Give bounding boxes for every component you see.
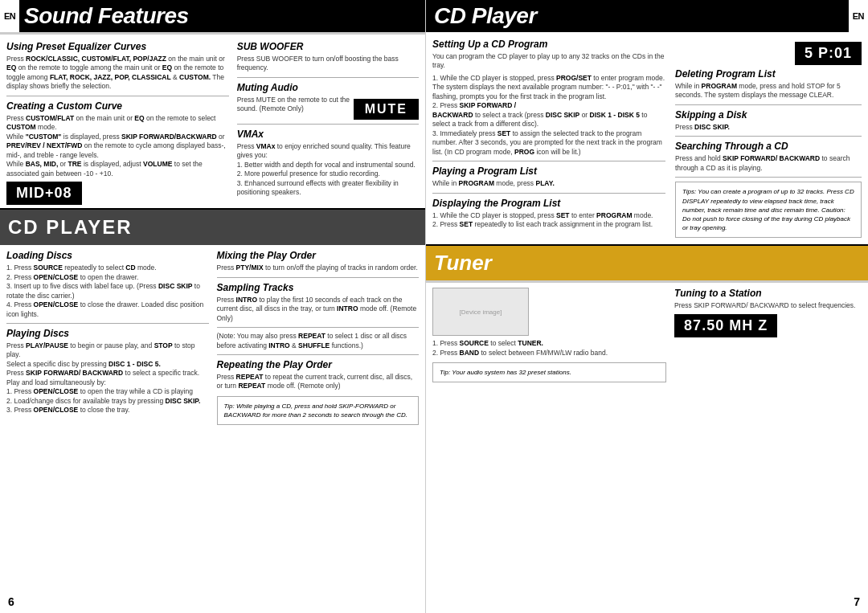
skipping-body: Press DISC SKIP.	[675, 123, 862, 132]
playing-discs-body: Press PLAY/PAUSE to begin or pause play,…	[6, 341, 209, 415]
en-badge-left: EN	[0, 0, 19, 32]
mid-display: MID+08	[6, 182, 82, 205]
tuner-device-image: [Device image]	[432, 288, 529, 336]
cd-player-right-header: CD Player EN	[426, 0, 868, 32]
right-column-sound: SUB WOOFER Press SUB WOOFER to turn on/o…	[237, 41, 419, 205]
vmax-body: Press VMAx to enjoy enriched sound quali…	[237, 142, 419, 198]
deleting-body: While in PROGRAM mode, press and hold ST…	[675, 82, 862, 100]
tuner-left-col: [Device image] 1. Press SOURCE to select…	[432, 288, 666, 387]
tip-box-right: Tips: You can create a program of up to …	[675, 182, 862, 238]
muting-section: Muting Audio MUTE Press MUTE on the remo…	[237, 82, 419, 120]
mixing-body: Press PTY/MIX to turn on/off the playing…	[217, 264, 420, 272]
creating-custom-title: Creating a Custom Curve	[6, 100, 229, 112]
repeating-title: Repeating the Play Order	[217, 359, 420, 370]
playing-program-title: Playing a Program List	[432, 166, 665, 177]
muting-title: Muting Audio	[237, 82, 419, 93]
using-preset-title: Using Preset Equalizer Curves	[6, 41, 229, 52]
repeating-body: Press REPEAT to repeat the current track…	[217, 373, 420, 391]
mute-button-display: MUTE	[354, 99, 419, 120]
tuning-title: Tuning to a Station	[674, 288, 862, 299]
loading-discs-body: 1. Press SOURCE repeatedly to select CD …	[6, 264, 209, 319]
sound-features-content: Using Preset Equalizer Curves Press ROCK…	[0, 35, 425, 208]
creating-custom-body: Press CUSTOM/FLAT on the main unit or EQ…	[6, 114, 229, 178]
tuner-header: Tuner	[426, 246, 868, 283]
displaying-program-steps: 1. While the CD player is stopped, press…	[432, 211, 665, 230]
cd-player-content: Loading Discs 1. Press SOURCE repeatedly…	[0, 245, 425, 435]
freq-display: 87.50 MH Z	[674, 314, 777, 337]
cd-left-col: Loading Discs 1. Press SOURCE repeatedly…	[6, 250, 209, 430]
tuner-tip: Tip: Your audio system has 32 preset sta…	[432, 362, 666, 382]
5p01-display: 5 P:01	[795, 42, 862, 65]
right-side-col: 5 P:01 Deleting Program List While in PR…	[675, 39, 862, 241]
tuning-body: Press SKIP FORWARD/ BACKWARD to select f…	[674, 301, 862, 310]
mixing-title: Mixing the Play Order	[217, 250, 420, 261]
right-panel: CD Player EN Setting Up a CD Program You…	[426, 0, 868, 613]
page-number-right: 7	[854, 595, 860, 608]
vmax-title: VMAx	[237, 129, 419, 140]
playing-program-body: While in PROGRAM mode, press PLAY.	[432, 179, 665, 188]
tip-text-right: Tips: You can create a program of up to …	[682, 187, 854, 232]
displaying-program-title: Displaying the Program List	[432, 198, 665, 209]
sampling-title: Sampling Tracks	[217, 282, 420, 293]
sub-woofer-body: Press SUB WOOFER to turn on/off boosting…	[237, 55, 419, 73]
tuner-steps: 1. Press SOURCE to select TUNER. 2. Pres…	[432, 339, 666, 358]
searching-body: Press and hold SKIP FORWARD/ BACKWARD to…	[675, 154, 862, 173]
tuner-content: [Device image] 1. Press SOURCE to select…	[426, 283, 868, 392]
sampling-body: Press INTRO to play the first 10 seconds…	[217, 296, 420, 323]
setting-up-col: Setting Up a CD Program You can program …	[432, 39, 665, 241]
5p01-row: 5 P:01	[675, 39, 862, 68]
tip-box-left: Tip: While playing a CD, press and hold …	[217, 396, 420, 425]
tuner-tip-text: Tip: Your audio system has 32 preset sta…	[440, 369, 571, 376]
tuner-right-col: Tuning to a Station Press SKIP FORWARD/ …	[674, 288, 862, 387]
cd-right-col: Mixing the Play Order Press PTY/MIX to t…	[217, 250, 420, 430]
skipping-title: Skipping a Disk	[675, 109, 862, 121]
setting-up-intro: You can program the CD player to play up…	[432, 52, 665, 71]
cd-player-section: CD PLAYER Loading Discs 1. Press SOURCE …	[0, 208, 425, 435]
setting-up-title: Setting Up a CD Program	[432, 39, 665, 50]
tip-text-left: Tip: While playing a CD, press and hold …	[224, 403, 407, 419]
cd-player-right-content: Setting Up a CD Program You can program …	[426, 32, 868, 244]
left-column: Using Preset Equalizer Curves Press ROCK…	[6, 41, 229, 205]
en-badge-right: EN	[849, 0, 868, 32]
using-preset-body: Press ROCK/CLASSIC, CUSTOM/FLAT, POP/JAZ…	[6, 55, 229, 92]
playing-discs-title: Playing Discs	[6, 328, 209, 339]
sound-features-header: EN Sound Features	[0, 0, 425, 35]
left-panel: EN Sound Features Using Preset Equalizer…	[0, 0, 426, 613]
deleting-title: Deleting Program List	[675, 68, 862, 80]
sound-features-title: Sound Features	[24, 3, 189, 28]
sampling-note: (Note: You may also press REPEAT to sele…	[217, 332, 420, 350]
setting-up-steps: 1. While the CD player is stopped, press…	[432, 74, 665, 157]
searching-title: Searching Through a CD	[675, 141, 862, 152]
sub-woofer-title: SUB WOOFER	[237, 41, 419, 52]
cd-player-header: CD PLAYER	[0, 210, 425, 245]
cd-player-right-title: CD Player	[434, 3, 537, 28]
page-number-left: 6	[8, 595, 14, 608]
loading-discs-title: Loading Discs	[6, 250, 209, 261]
